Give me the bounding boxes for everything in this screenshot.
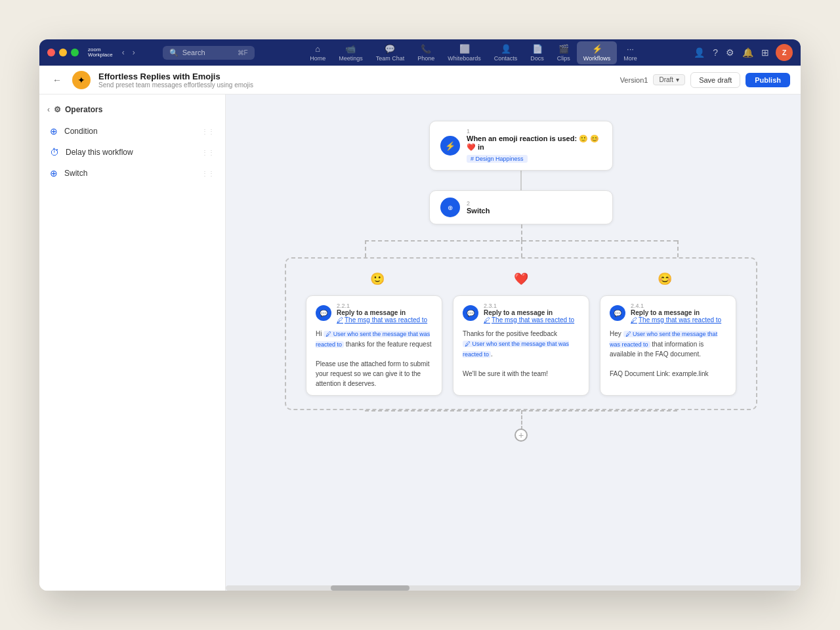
drag-handle-condition[interactable]: ⋮⋮ [201,128,215,135]
sidebar-item-label-delay: Delay this workflow [66,148,133,157]
branch-reply-icon-1: 💬 [463,305,478,321]
tab-phone[interactable]: 📞 Phone [411,41,441,64]
trigger-title: When an emoji reaction is used: 🙂 😊 ❤️ i… [467,135,602,152]
tab-clips[interactable]: 🎬 Clips [551,41,577,64]
publish-button[interactable]: Publish [746,73,790,87]
search-kbd: ⌘F [238,49,248,56]
tab-more[interactable]: ··· More [617,41,644,64]
branch-0-link[interactable]: 🖊 The msg that was reacted to [337,316,427,324]
condition-icon: ⊕ [50,126,58,136]
branch-emoji-2: 😊 [593,272,736,290]
branch-card-2[interactable]: 💬 2.4.1 Reply to a message in 🖊 The msg … [600,295,736,396]
emoji-row: 🙂 ❤️ 😊 [306,272,736,290]
tab-home[interactable]: ⌂ Home [303,41,332,64]
branch-2-link[interactable]: 🖊 The msg that was reacted to [631,316,721,324]
sidebar-item-label-condition: Condition [64,127,98,136]
workflow-title-group: Effortless Replies with Emojis Send pres… [98,72,612,89]
branch-right-vert [677,240,679,257]
branch-emoji-icon-0: 🙂 [370,272,385,286]
workflow-container: ⚡ 1 When an emoji reaction is used: 🙂 😊 … [252,121,790,443]
branch-emoji-icon-1: ❤️ [514,272,528,286]
branch-2-step: 2.4.1 [631,303,721,309]
branch-2-body: Hey 🖊 User who sent the message that was… [610,329,726,379]
trigger-node[interactable]: ⚡ 1 When an emoji reaction is used: 🙂 😊 … [429,121,613,171]
help-icon-btn[interactable]: ? [711,46,719,59]
branch-left-vert [365,240,366,257]
sidebar-back-button[interactable]: ‹ [47,105,50,114]
branch-0-step: 2.2.1 [337,303,427,309]
sidebar-item-condition[interactable]: ⊕ Condition ⋮⋮ [39,121,225,142]
app-window: zoom Workplace ‹ › 🔍 Search ⌘F ⌂ Home 📹 … [39,39,801,591]
settings-icon-btn[interactable]: ⚙ [724,46,736,59]
workflow-icon: ✦ [72,71,91,89]
sidebar-item-delay[interactable]: ⏱ Delay this workflow ⋮⋮ [39,142,225,163]
user-avatar[interactable]: Z [776,44,793,61]
search-icon: 🔍 [169,49,178,57]
drag-handle-switch[interactable]: ⋮⋮ [201,170,215,177]
tab-meetings[interactable]: 📹 Meetings [332,41,369,64]
home-icon: ⌂ [315,44,320,54]
edit-icon-2: 🖊 [631,316,637,324]
search-bar[interactable]: 🔍 Search ⌘F [163,46,255,60]
branch-2-title: Reply to a message in [631,309,721,316]
nav-forward-button[interactable]: › [130,47,138,58]
traffic-light-red[interactable] [47,49,55,56]
whiteboard-icon: ⬜ [459,44,470,54]
branches-wrapper: 🙂 ❤️ 😊 [285,257,757,410]
canvas[interactable]: ⚡ 1 When an emoji reaction is used: 🙂 😊 … [226,94,801,591]
trigger-node-icon: ⚡ [440,136,460,156]
drag-handle-delay[interactable]: ⋮⋮ [201,149,215,156]
branch-0-body: Hi 🖊 User who sent the message that was … [316,329,432,388]
clips-icon: 🎬 [558,44,569,54]
add-step-button[interactable]: + [514,429,528,442]
scrollbar-thumb[interactable] [331,585,410,591]
trigger-node-content: 1 When an emoji reaction is used: 🙂 😊 ❤️… [467,128,602,163]
branch-card-2-title-group: 2.4.1 Reply to a message in 🖊 The msg th… [631,303,721,324]
branch-emoji-0: 🙂 [306,272,450,290]
trigger-tag: # Design Happiness [467,155,528,163]
tab-docs[interactable]: 📄 Docs [524,41,551,64]
subheader: ← ✦ Effortless Replies with Emojis Send … [39,66,801,94]
tab-workflows[interactable]: ⚡ Workflows [577,41,617,64]
branch-reply-icon-0: 💬 [316,305,331,321]
switch-icon: ⊕ [50,168,58,178]
sidebar-header: ‹ ⚙ Operators [39,102,225,121]
nav-arrows: ‹ › [119,47,138,58]
sidebar-item-switch[interactable]: ⊕ Switch ⋮⋮ [39,163,225,184]
branch-card-0[interactable]: 💬 2.2.1 Reply to a message in 🖊 The msg … [306,295,442,396]
save-draft-button[interactable]: Save draft [690,72,740,88]
branch-cards-row: 💬 2.2.1 Reply to a message in 🖊 The msg … [306,295,736,396]
switch-node[interactable]: ⊕ 2 Switch [429,190,613,224]
back-button[interactable]: ← [50,72,64,88]
titlebar: zoom Workplace ‹ › 🔍 Search ⌘F ⌂ Home 📹 … [39,39,801,66]
branch-0-title: Reply to a message in [337,309,427,316]
horizontal-scrollbar[interactable] [226,585,801,591]
branch-reply-icon-2: 💬 [610,305,625,321]
branch-card-1[interactable]: 💬 2.3.1 Reply to a message in 🖊 The msg … [453,295,589,396]
gear-icon: ⚙ [54,105,61,114]
tab-team-chat[interactable]: 💬 Team Chat [369,41,411,64]
branch-card-1-title-group: 2.3.1 Reply to a message in 🖊 The msg th… [484,303,574,324]
branch-1-link[interactable]: 🖊 The msg that was reacted to [484,316,574,324]
apps-icon-btn[interactable]: ⊞ [760,46,770,59]
traffic-light-green[interactable] [71,49,79,56]
profile-icon-btn[interactable]: 👤 [692,46,706,59]
version-group: Version1 Draft ▾ Save draft Publish [620,72,790,88]
workflow-title: Effortless Replies with Emojis [98,72,612,81]
delay-icon: ⏱ [50,147,59,158]
switch-node-content: 2 Switch [467,200,602,215]
meetings-icon: 📹 [345,44,356,54]
workflows-icon: ⚡ [592,44,602,54]
tab-whiteboards[interactable]: ⬜ Whiteboards [441,41,488,64]
branch-center-vert [521,240,522,257]
canvas-inner: ⚡ 1 When an emoji reaction is used: 🙂 😊 … [226,94,801,541]
branch-card-0-title-group: 2.2.1 Reply to a message in 🖊 The msg th… [337,303,427,324]
switch-title: Switch [467,207,602,215]
bell-icon-btn[interactable]: 🔔 [741,46,755,59]
nav-back-button[interactable]: ‹ [119,47,127,58]
switch-step: 2 [467,200,602,207]
traffic-light-yellow[interactable] [59,49,67,56]
vert-connector-main [521,224,522,241]
draft-badge[interactable]: Draft ▾ [653,74,685,85]
tab-contacts[interactable]: 👤 Contacts [488,41,524,64]
